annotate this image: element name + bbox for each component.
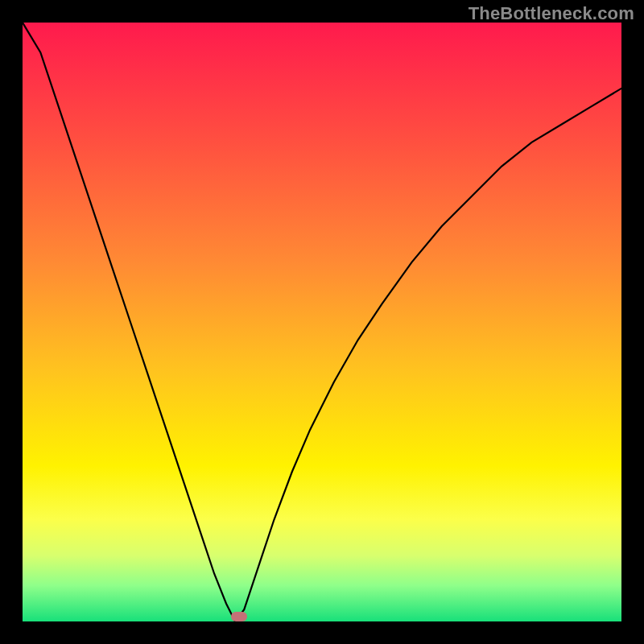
watermark-text: TheBottleneck.com (469, 3, 634, 24)
gradient-background (23, 23, 621, 621)
optimum-marker (231, 612, 247, 621)
bottleneck-chart (23, 23, 621, 621)
chart-frame: TheBottleneck.com (0, 0, 644, 644)
